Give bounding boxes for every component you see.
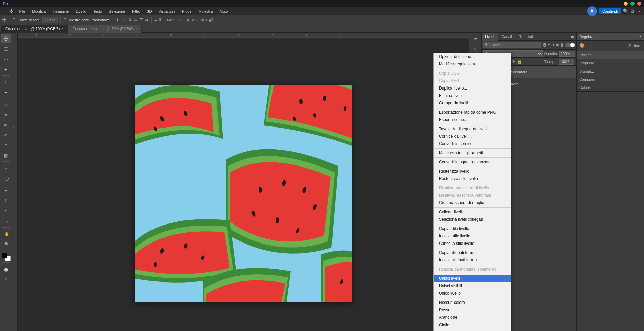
ctx-tavola-disegno[interactable]: Tavola da disegno da livelli... — [434, 125, 511, 133]
canvas-workspace[interactable]: E — [18, 38, 469, 331]
filter-icon-4[interactable]: ⊞ — [556, 43, 559, 47]
ctx-disattiva-maschera-vettoriale[interactable]: Disattiva maschera vettoriale — [434, 192, 511, 199]
eyedropper-tool[interactable]: ✒ — [1, 87, 11, 97]
ctx-copia-svg[interactable]: Copia SVG — [434, 77, 511, 84]
align-center-icon[interactable]: ⬛ — [121, 18, 126, 22]
ctx-gruppo-da-livelli[interactable]: Gruppo da livelli... — [434, 99, 511, 107]
more-options-icon[interactable]: ··· — [636, 8, 640, 14]
dodge-tool[interactable]: ◯ — [1, 173, 11, 183]
mode-dropdown[interactable]: Livello — [42, 17, 58, 23]
clone-stamp-tool[interactable]: ⊕ — [1, 120, 11, 130]
extra-tools[interactable]: ⊞ ↺ ↩ ⊕ ⌖ 🔊 — [187, 18, 214, 22]
proprieta-btn[interactable]: Proprietà — [577, 59, 644, 67]
view-options-icon[interactable]: ⊞ — [630, 8, 634, 14]
filter-icon-5[interactable]: 🎛 — [560, 43, 564, 47]
tab-2[interactable]: Cocomero copia.jpg @ 50% (RGB/8) × — [68, 25, 142, 33]
fill-input[interactable]: 100% — [559, 59, 574, 65]
ctx-maschera-tutti[interactable]: Maschera tutti gli oggetti — [434, 149, 511, 157]
blur-tool[interactable]: △ — [1, 163, 11, 173]
ctx-seleziona-livelli-collegati[interactable]: Seleziona livelli collegati — [434, 216, 511, 223]
share-button[interactable]: Condividi — [599, 8, 621, 14]
ctx-copia-css[interactable]: Copia CSS — [434, 70, 511, 77]
layers-panel-icon[interactable]: ☰ — [471, 34, 480, 43]
align-bottom-icon[interactable]: ⬇ — [128, 18, 132, 22]
ctx-elimina-livelli[interactable]: Elimina livelli — [434, 92, 511, 99]
hand-tool[interactable]: ✋ — [1, 229, 11, 238]
search-icon[interactable]: 🔍 — [623, 8, 628, 14]
menu-selezione[interactable]: Selezione — [107, 8, 126, 14]
align-top-icon[interactable]: ⬆ — [116, 18, 119, 22]
eraser-tool[interactable]: ◻ — [1, 140, 11, 150]
lasso-tool[interactable]: ◌ — [1, 54, 11, 64]
quick-mask-tool[interactable]: ⬤ — [1, 264, 11, 274]
ctx-converti-cornice[interactable]: Converti in cornice — [434, 140, 511, 148]
ctx-duplica-livello[interactable]: Duplica livello... — [434, 84, 511, 92]
align-middle-icon[interactable]: ☰ — [139, 18, 143, 22]
menu-testo[interactable]: Testo — [92, 8, 103, 14]
move-tool-menu[interactable]: ✛ — [9, 8, 14, 14]
col-icon[interactable]: 🎨 — [579, 43, 585, 48]
ctx-rasterizza-livello[interactable]: Rasterizza livello — [434, 168, 511, 175]
rectangle-select-tool[interactable] — [1, 44, 11, 54]
ctx-copia-attributi[interactable]: Copia attributi forma — [434, 249, 511, 256]
lock-all-icon[interactable]: 🔒 — [517, 59, 522, 64]
menu-livello[interactable]: Livello — [74, 8, 87, 14]
ctx-copia-stile[interactable]: Copia stile livello — [434, 225, 511, 232]
ctx-cornice-da-livelli[interactable]: Cornice da livelli... — [434, 133, 511, 140]
filter-icon-3[interactable]: T — [552, 43, 555, 47]
tab-paths[interactable]: Tracciati — [516, 33, 537, 41]
user-avatar[interactable]: A — [587, 6, 597, 16]
align-right-icon[interactable]: ➡ — [145, 18, 148, 22]
lock-artboard-icon[interactable]: ⊕ — [511, 59, 515, 64]
path-selection-tool[interactable]: ↖ — [1, 206, 11, 216]
ctx-esportazione-rapida[interactable]: Esportazione rapida come PNG — [434, 109, 511, 116]
menu-plugin[interactable]: Plugin — [181, 8, 194, 14]
filter-icon-2[interactable]: ✒ — [548, 43, 551, 47]
tab-channels[interactable]: Canali — [498, 33, 516, 41]
ctx-rosso[interactable]: Rosso — [434, 306, 511, 314]
ctx-incolla-stile[interactable]: Incolla stile livello — [434, 232, 511, 240]
pen-tool[interactable]: ✒ — [1, 186, 11, 195]
menu-3d[interactable]: 3D — [146, 8, 153, 14]
align-left-icon[interactable]: ⬅ — [134, 18, 137, 22]
home-icon[interactable]: ⌂ — [3, 8, 5, 14]
tab-layers[interactable]: Livelli — [482, 33, 498, 41]
maximize-btn[interactable] — [630, 2, 635, 6]
ctx-opzioni-fusione[interactable]: Opzioni di fusione... — [434, 53, 511, 60]
menu-filtro[interactable]: Filtro — [130, 8, 141, 14]
ctx-disattiva-maschera-livello[interactable]: Disattiva maschera di livello — [434, 184, 511, 192]
librerie-btn[interactable]: Librerie — [577, 51, 644, 59]
paint-bucket-tool[interactable]: ▦ — [1, 151, 11, 160]
menu-finestra[interactable]: Finestra — [198, 8, 214, 14]
opacity-input[interactable]: 100% — [559, 51, 575, 57]
close-btn[interactable] — [637, 2, 641, 6]
ctx-rasterizza-stile[interactable]: Rasterizza stile livello — [434, 175, 511, 182]
ctx-giallo[interactable]: Giallo — [434, 321, 511, 329]
crop-tool[interactable]: ⊹ — [1, 77, 11, 86]
tab-2-close[interactable]: × — [136, 27, 137, 31]
ctx-unisci-visibili[interactable]: Unisci visibili — [434, 282, 511, 290]
magic-wand-tool[interactable]: ✦ — [1, 64, 11, 74]
layers-panel-menu[interactable]: ☰ — [569, 33, 576, 40]
menu-immagine[interactable]: Immagine — [51, 8, 70, 14]
layers-search-box[interactable]: 🔍 Tipo ▾ — [483, 42, 541, 48]
menu-file[interactable]: File — [18, 8, 26, 14]
show-transform-check[interactable]: ☐ — [63, 18, 67, 22]
move-tool[interactable] — [1, 34, 11, 43]
menu-modifica[interactable]: Modifica — [31, 8, 47, 14]
ctx-cancella-stile[interactable]: Cancella stile livello — [434, 240, 511, 247]
filter-icon-1[interactable]: 🖼 — [543, 43, 546, 47]
text-tool[interactable]: T — [1, 196, 11, 206]
ctx-converti-oggetto[interactable]: Converti in oggetto avanzato — [434, 158, 511, 166]
layers-type-arrow[interactable]: ▾ — [498, 43, 500, 47]
ctx-arancione[interactable]: Arancione — [434, 314, 511, 321]
zoom-tool[interactable]: 🔍 — [1, 239, 11, 249]
extra-tools-btn[interactable]: ⊞ — [1, 274, 11, 284]
brush-tool[interactable]: ✏ — [1, 110, 11, 119]
healing-brush-tool[interactable]: ⌀ — [1, 100, 11, 109]
ctx-rilascia-isolamento[interactable]: Rilascia da modalità Isolamento — [434, 266, 511, 273]
ctx-crea-maschera-ritaglio[interactable]: Crea maschera di ritaglio — [434, 199, 511, 207]
history-brush-tool[interactable]: ↶ — [1, 130, 11, 140]
ctx-modifica-regolazione[interactable]: Modifica regolazione... — [434, 60, 511, 68]
minimize-btn[interactable] — [624, 2, 628, 6]
